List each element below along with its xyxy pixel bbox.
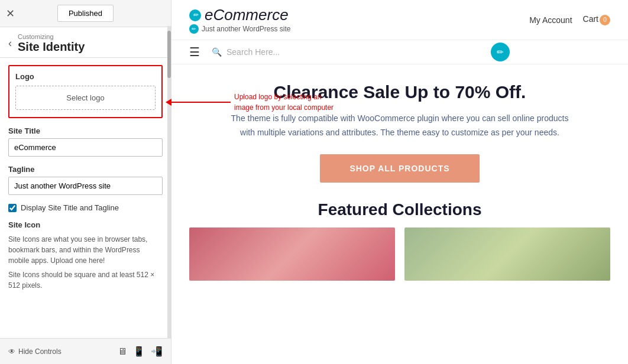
shop-all-products-button[interactable]: SHOP ALL PRODUCTS [320, 154, 479, 183]
display-checkbox-label: Display Site Title and Tagline [21, 203, 119, 212]
product-thumb-1 [189, 228, 395, 281]
site-title-text: eCommerce [205, 6, 289, 24]
device-icons: 🖥 📱 📲 [118, 346, 163, 357]
arrow-line [171, 102, 231, 103]
search-placeholder: Search Here... [226, 47, 280, 57]
eye-icon: 👁 [8, 347, 15, 356]
back-button[interactable]: ‹ [8, 37, 12, 50]
hide-controls-button[interactable]: 👁 Hide Controls [8, 347, 61, 356]
site-header: ✏ eCommerce ✏ Just another WordPress sit… [171, 0, 628, 40]
site-preview: ✏ eCommerce ✏ Just another WordPress sit… [171, 0, 628, 364]
site-tagline: ✏ Just another WordPress site [189, 24, 291, 34]
cart-link[interactable]: Cart0 [583, 14, 610, 25]
hero-description: The theme is fully compatible with WooCo… [228, 112, 571, 140]
edit-tagline-icon[interactable]: ✏ [189, 24, 199, 34]
site-title: ✏ eCommerce [189, 6, 289, 24]
tagline-label: Tagline [8, 165, 163, 174]
hide-controls-label: Hide Controls [18, 347, 61, 356]
tagline-group: Tagline [8, 165, 163, 195]
panel-content: Logo Select logo Site Title Tagline Disp… [0, 58, 171, 338]
search-row: ☰ 🔍 Search Here... ✏ [171, 40, 628, 64]
edit-logo-icon[interactable]: ✏ [189, 9, 201, 21]
edit-search-icon[interactable]: ✏ [491, 43, 510, 61]
breadcrumb-text: Customizing Site Identity [18, 33, 85, 54]
top-bar: ✕ Published [0, 0, 171, 27]
arrow-head [166, 99, 171, 106]
mobile-icon-button[interactable]: 📲 [151, 346, 163, 357]
scrollbar-track [167, 26, 171, 338]
cart-badge: 0 [600, 15, 610, 25]
site-logo-area: ✏ eCommerce ✏ Just another WordPress sit… [189, 6, 291, 34]
site-tagline-text: Just another WordPress site [202, 25, 291, 33]
search-icon: 🔍 [212, 47, 222, 57]
breadcrumb-title: Site Identity [18, 40, 85, 54]
close-button[interactable]: ✕ [6, 8, 15, 19]
site-icon-section: Site Icon Site Icons are what you see in… [8, 220, 163, 291]
featured-title: Featured Collections [171, 200, 628, 219]
site-title-label: Site Title [8, 126, 163, 135]
site-nav: My Account Cart0 [529, 14, 610, 25]
breadcrumb-top: Customizing [18, 33, 85, 40]
tagline-input[interactable] [8, 177, 163, 195]
site-icon-desc1: Site Icons are what you see in browser t… [8, 234, 163, 266]
product-thumb-2 [404, 228, 610, 281]
my-account-link[interactable]: My Account [529, 15, 572, 25]
hero-section: Clearance Sale Up to 70% Off. The theme … [171, 64, 628, 194]
site-icon-label: Site Icon [8, 220, 163, 229]
select-logo-button[interactable]: Select logo [15, 86, 156, 110]
display-checkbox-row: Display Site Title and Tagline [8, 203, 163, 212]
bottom-bar: 👁 Hide Controls 🖥 📱 📲 [0, 338, 171, 364]
product-thumbnails [171, 228, 628, 281]
customizer-panel: ✕ Published ‹ Customizing Site Identity … [0, 0, 171, 364]
display-checkbox[interactable] [8, 204, 17, 212]
logo-label: Logo [15, 72, 156, 81]
tablet-icon-button[interactable]: 📱 [133, 346, 145, 357]
published-button[interactable]: Published [57, 5, 114, 22]
site-icon-desc2: Site Icons should be square and at least… [8, 269, 163, 291]
logo-section: Logo Select logo [8, 65, 163, 118]
desktop-icon-button[interactable]: 🖥 [118, 346, 127, 357]
breadcrumb: ‹ Customizing Site Identity [0, 27, 171, 58]
site-title-input[interactable] [8, 138, 163, 157]
arrow-annotation: Upload logo by selecting an image from y… [171, 92, 334, 113]
site-title-group: Site Title [8, 126, 163, 157]
annotation-text: Upload logo by selecting an image from y… [234, 92, 334, 113]
search-bar[interactable]: 🔍 Search Here... [212, 47, 610, 57]
scrollbar-thumb[interactable] [167, 31, 171, 78]
hamburger-icon[interactable]: ☰ [189, 45, 200, 59]
